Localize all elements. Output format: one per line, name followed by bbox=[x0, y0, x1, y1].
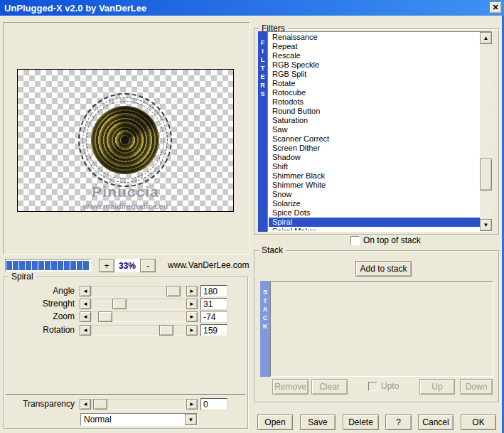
slider-left-arrow-icon[interactable]: ◄ bbox=[80, 311, 91, 322]
upto-row: Upto bbox=[368, 381, 399, 391]
filter-item-selected[interactable]: Spiral bbox=[269, 218, 490, 227]
filter-item[interactable]: Spice Dots bbox=[269, 208, 490, 218]
angle-value-box[interactable] bbox=[200, 285, 227, 297]
filter-item[interactable]: Rescale bbox=[269, 51, 490, 60]
stack-list[interactable] bbox=[270, 281, 493, 377]
filter-item[interactable]: Rotodots bbox=[269, 97, 490, 107]
help-button[interactable]: ? bbox=[385, 415, 412, 430]
rotation-value-box[interactable] bbox=[200, 324, 227, 336]
title-bar[interactable]: UnPlugged-X v2.0 by VanDerLee ✕ bbox=[0, 0, 504, 16]
filter-item[interactable]: Shift bbox=[269, 162, 490, 171]
ok-button[interactable]: OK bbox=[461, 415, 496, 430]
slider-thumb[interactable] bbox=[98, 311, 112, 322]
strenght-value-input[interactable] bbox=[200, 298, 227, 310]
watermark-title: Pinuccia bbox=[18, 183, 233, 201]
strenght-value-box[interactable] bbox=[200, 298, 227, 310]
filter-item[interactable]: RGB Split bbox=[269, 70, 490, 79]
zoom-in-button[interactable]: + bbox=[99, 259, 114, 272]
slider-left-arrow-icon[interactable]: ◄ bbox=[80, 299, 91, 309]
filter-listbox[interactable]: RenaissanceRepeatRescaleRGB SpeckleRGB S… bbox=[267, 31, 492, 232]
filter-item[interactable]: Rotate bbox=[269, 79, 490, 88]
filter-item[interactable]: RGB Speckle bbox=[269, 60, 490, 70]
filter-item[interactable]: Solarize bbox=[269, 199, 490, 208]
on-top-checkbox[interactable] bbox=[350, 236, 360, 245]
slider-thumb[interactable] bbox=[166, 286, 181, 296]
down-button[interactable]: Down bbox=[460, 379, 493, 395]
slider-right-arrow-icon[interactable]: ► bbox=[186, 325, 198, 336]
preview-image[interactable]: Pinuccia www.maidiregrafica.eu bbox=[17, 69, 234, 212]
zoom-out-button[interactable]: - bbox=[140, 259, 156, 272]
slider-track[interactable] bbox=[91, 311, 186, 322]
slider-right-arrow-icon[interactable]: ► bbox=[186, 286, 198, 296]
side-bar-letter: A bbox=[263, 305, 268, 314]
filter-item[interactable]: Scanner Correct bbox=[269, 134, 490, 144]
slider-left-arrow-icon[interactable]: ◄ bbox=[80, 286, 91, 296]
side-bar-letter: T bbox=[263, 296, 267, 305]
progress-bar bbox=[5, 259, 91, 272]
slider-track[interactable] bbox=[91, 399, 186, 410]
chevron-down-icon[interactable]: ▼ bbox=[185, 414, 197, 425]
progress-segment bbox=[13, 261, 18, 270]
open-button[interactable]: Open bbox=[257, 415, 293, 430]
side-bar-letter: K bbox=[263, 322, 268, 331]
progress-segment bbox=[38, 261, 44, 270]
filter-item[interactable]: Saturation bbox=[269, 116, 490, 125]
slider-right-arrow-icon[interactable]: ► bbox=[186, 399, 198, 410]
slider-track[interactable] bbox=[91, 299, 186, 309]
up-button[interactable]: Up bbox=[419, 379, 455, 395]
delete-button[interactable]: Delete bbox=[343, 415, 379, 430]
progress-segment bbox=[70, 261, 76, 270]
watermark-url: www.maidiregrafica.eu bbox=[18, 202, 233, 210]
slider-track[interactable] bbox=[91, 325, 186, 336]
close-icon[interactable]: ✕ bbox=[489, 1, 502, 14]
filter-item[interactable]: Round Button bbox=[269, 107, 490, 116]
progress-segment bbox=[19, 261, 25, 270]
add-to-stack-button[interactable]: Add to stack bbox=[355, 261, 412, 277]
upto-checkbox[interactable] bbox=[368, 382, 377, 391]
rotation-value-input[interactable] bbox=[200, 324, 227, 336]
slider-thumb[interactable] bbox=[159, 325, 173, 336]
filter-item[interactable]: Rotocube bbox=[269, 88, 490, 97]
filter-item[interactable]: Shimmer Black bbox=[269, 171, 490, 181]
filter-item[interactable]: Snow bbox=[269, 190, 490, 199]
side-bar-letter: S bbox=[263, 288, 267, 296]
scroll-up-icon[interactable]: ▲ bbox=[480, 32, 492, 44]
slider-track[interactable] bbox=[91, 286, 186, 296]
upto-label: Upto bbox=[381, 381, 399, 391]
zoom-value-input[interactable] bbox=[200, 311, 227, 323]
slider-right-arrow-icon[interactable]: ► bbox=[186, 299, 198, 309]
scrollbar-thumb[interactable] bbox=[480, 159, 492, 191]
remove-button[interactable]: Remove bbox=[272, 379, 309, 395]
transparency-value-input[interactable] bbox=[200, 398, 227, 410]
vendor-site-link[interactable]: www.VanDerLee.com bbox=[168, 260, 250, 270]
filter-item[interactable]: Spiral Maker bbox=[269, 227, 490, 230]
stack-group-label: Stack bbox=[259, 246, 286, 255]
filter-item[interactable]: Repeat bbox=[269, 42, 490, 51]
slider-right-arrow-icon[interactable]: ► bbox=[186, 311, 198, 322]
clear-button[interactable]: Clear bbox=[311, 379, 348, 395]
on-top-label: On top of stack bbox=[363, 235, 421, 245]
stack-side-bar: STACK bbox=[260, 281, 270, 377]
scroll-down-icon[interactable]: ▼ bbox=[480, 219, 492, 231]
angle-value-input[interactable] bbox=[200, 285, 227, 297]
spiral-image bbox=[91, 106, 159, 174]
rotation-label: Rotation bbox=[6, 325, 75, 336]
progress-segment bbox=[77, 261, 82, 270]
blend-mode-dropdown[interactable]: Normal ▼ bbox=[80, 413, 198, 426]
filter-item[interactable]: Shimmer White bbox=[269, 181, 490, 190]
filter-item[interactable]: Screen Dither bbox=[269, 144, 490, 153]
filters-side-bar: FILTERS bbox=[258, 31, 267, 232]
transparency-value-box[interactable] bbox=[200, 398, 227, 410]
filter-item[interactable]: Saw bbox=[269, 125, 490, 134]
filter-item[interactable]: Shadow bbox=[269, 153, 490, 162]
filter-item[interactable]: Renaissance bbox=[269, 33, 490, 42]
zoom-value-box[interactable] bbox=[200, 311, 227, 323]
filter-scrollbar[interactable]: ▲ ▼ bbox=[480, 32, 492, 231]
slider-thumb[interactable] bbox=[112, 299, 127, 309]
side-bar-letter: R bbox=[260, 81, 265, 90]
save-button[interactable]: Save bbox=[300, 415, 336, 430]
cancel-button[interactable]: Cancel bbox=[418, 415, 454, 430]
slider-thumb[interactable] bbox=[93, 399, 107, 410]
slider-left-arrow-icon[interactable]: ◄ bbox=[80, 325, 91, 336]
slider-left-arrow-icon[interactable]: ◄ bbox=[80, 399, 91, 410]
